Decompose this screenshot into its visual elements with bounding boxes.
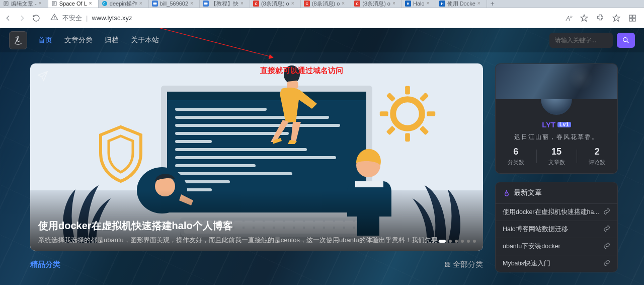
link-icon [603,259,610,268]
search-input[interactable] [549,33,613,48]
tab-favicon [203,1,209,7]
latest-posts-title: 最新文章 [496,182,617,204]
svg-rect-34 [445,265,447,267]
latest-posts-card: 最新文章 使用docker在虚拟机快速搭建ha...Halo博客网站数据迁移ub… [495,182,618,272]
svg-text:C: C [356,2,359,6]
nav-link[interactable]: 关于本站 [131,36,159,45]
link-icon [603,225,610,234]
forward-icon[interactable] [18,14,26,22]
new-tab-button[interactable]: + [487,0,498,8]
nav-link[interactable]: 归档 [105,36,119,45]
profile-tagline: 迟日江山丽，春风花草香。 [496,133,617,141]
profile-cover [496,64,617,99]
list-item[interactable]: ubantu下安装docker [496,238,617,255]
tab-favicon [51,1,57,7]
tab-favicon [3,1,9,7]
svg-rect-18 [633,15,635,18]
browser-tab[interactable]: C(8条消息) o× [351,0,402,8]
profile-name: LYTLv1 [496,120,617,129]
tab-title: 使用 Docke [447,0,475,8]
svg-point-2 [102,1,107,6]
tab-favicon: H [405,1,411,7]
tab-close-icon[interactable]: × [139,1,144,6]
tab-title: Halo [413,1,425,7]
profile-stat: 2评论数 [577,147,617,166]
favorites-list-icon[interactable] [612,14,621,23]
tab-title: (8条消息) o [261,0,289,8]
browser-tab[interactable]: bill_569602× [149,0,200,8]
hero-carousel[interactable]: 使用docker在虚拟机快速搭建halo个人博客 系统选择我选择的都是ubant… [30,63,483,251]
tab-close-icon[interactable]: × [392,1,397,6]
featured-all-link[interactable]: 全部分类 [445,260,483,269]
svg-text:C: C [255,2,258,6]
tab-title: deepin操作 [110,0,137,8]
svg-text:H: H [407,2,409,6]
browser-tab[interactable]: deepin操作× [99,0,149,8]
annotation-text: 直接就可以通过域名访问 [260,66,343,76]
url-domain: www.lytsc.xyz [92,14,132,22]
svg-rect-17 [629,15,632,18]
level-badge: Lv1 [557,122,571,127]
favorite-icon[interactable] [580,14,589,23]
tab-close-icon[interactable]: × [89,1,94,6]
svg-point-22 [17,37,18,37]
extensions-icon[interactable] [596,14,605,23]
insecure-icon [50,13,58,23]
tab-favicon: C [253,1,259,7]
browser-tab[interactable]: HHalo× [402,0,436,8]
tab-close-icon[interactable]: × [427,1,432,6]
browser-tab[interactable]: H使用 Docke× [436,0,487,8]
site-top-nav: 首页文章分类归档关于本站 [0,28,644,52]
list-item[interactable]: Halo博客网站数据迁移 [496,221,617,238]
hero-desc: 系统选择我选择的都是ubantu，图形界面美观，操作友好，而且此前我一直接触的是… [38,236,475,245]
browser-tab[interactable]: Space Of L× [48,0,99,8]
tab-close-icon[interactable]: × [39,1,44,6]
tab-title: (8条消息) o [362,0,390,8]
site-logo[interactable] [9,31,27,49]
svg-point-24 [623,38,627,42]
url-box[interactable]: 不安全 | www.lytsc.xyz [44,11,562,25]
svg-rect-4 [153,3,156,5]
tab-favicon: C [304,1,310,7]
carousel-dots[interactable] [439,240,476,243]
collections-icon[interactable] [628,14,637,23]
svg-rect-19 [629,18,632,21]
svg-text:H: H [441,2,443,6]
nav-link[interactable]: 文章分类 [64,36,93,45]
svg-rect-32 [445,262,447,264]
svg-rect-29 [355,181,383,187]
svg-rect-6 [204,3,208,5]
svg-rect-26 [405,86,410,95]
tab-favicon [152,1,158,7]
tab-close-icon[interactable]: × [477,1,482,6]
refresh-icon[interactable] [32,14,40,22]
nav-link[interactable]: 首页 [38,36,52,45]
browser-tab[interactable]: C(8条消息) o× [301,0,352,8]
read-aloud-icon[interactable]: A» [566,14,573,22]
tab-title: Space Of L [59,1,87,7]
share-icon[interactable] [37,70,48,84]
tab-favicon: C [354,1,360,7]
browser-tab[interactable]: C(8条消息) o× [250,0,301,8]
tab-close-icon[interactable]: × [240,1,246,6]
browser-tab[interactable]: 编辑文章 -× [0,0,48,8]
link-icon [603,208,610,217]
svg-rect-35 [448,265,450,267]
tab-favicon [102,1,108,7]
browser-tab[interactable]: 【教程】快× [200,0,250,8]
list-item[interactable]: 使用docker在虚拟机快速搭建ha... [496,204,617,221]
tab-close-icon[interactable]: × [342,1,347,6]
search-button[interactable] [617,33,635,48]
back-icon[interactable] [4,14,12,22]
profile-stat: 15文章数 [536,147,577,166]
svg-text:C: C [305,2,308,6]
svg-rect-33 [448,262,450,264]
tab-title: 【教程】快 [211,0,238,8]
svg-point-23 [19,37,19,37]
tab-close-icon[interactable]: × [190,1,195,6]
address-bar: 不安全 | www.lytsc.xyz A» [0,8,644,28]
tab-title: 编辑文章 - [11,0,37,8]
tab-close-icon[interactable]: × [291,1,296,6]
tab-title: (8条消息) o [312,0,340,8]
list-item[interactable]: Mybatis快速入门 [496,255,617,272]
